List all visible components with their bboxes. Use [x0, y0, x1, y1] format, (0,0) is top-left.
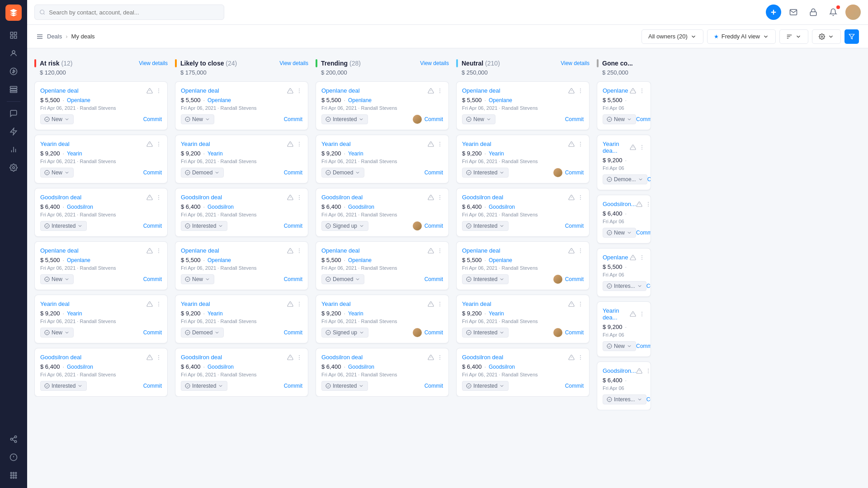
card-company[interactable]: Openlane [489, 257, 512, 263]
card-status-badge[interactable]: New [603, 228, 636, 238]
app-logo[interactable] [5, 5, 22, 21]
col-view-details-trending[interactable]: View details [420, 60, 449, 66]
commit-button[interactable]: Commit [646, 396, 651, 403]
more-icon[interactable] [645, 201, 651, 207]
nav-home-icon[interactable] [5, 27, 22, 43]
alert-icon[interactable] [428, 301, 434, 307]
card-company[interactable]: Openlane [208, 257, 231, 263]
card-company[interactable]: Yearin [208, 150, 223, 157]
card-status-badge[interactable]: Interes... [603, 394, 646, 404]
alert-icon[interactable] [146, 88, 153, 94]
card-status-badge[interactable]: Interested [462, 168, 509, 178]
card-title[interactable]: Openlane deal [181, 87, 219, 94]
commit-button[interactable]: Commit [565, 116, 584, 122]
breadcrumb-parent[interactable]: Deals [47, 33, 62, 40]
menu-icon[interactable] [36, 33, 43, 40]
search-box[interactable] [34, 5, 224, 20]
search-input[interactable] [49, 9, 219, 16]
alert-icon[interactable] [287, 301, 293, 307]
settings-button[interactable] [812, 29, 841, 44]
card-title[interactable]: Goodsilron deal [321, 354, 363, 361]
alert-icon[interactable] [287, 88, 293, 94]
commit-button[interactable]: Commit [284, 169, 302, 176]
card-title[interactable]: Yearin dea... [603, 141, 630, 154]
more-icon[interactable] [296, 88, 302, 94]
commit-button[interactable]: Commit [143, 116, 162, 122]
card-company[interactable]: Yearin [67, 310, 82, 317]
alert-icon[interactable] [568, 301, 575, 307]
commit-button[interactable]: Commit [143, 383, 162, 389]
commit-button[interactable]: Commit [636, 230, 651, 236]
card-status-badge[interactable]: New [603, 114, 636, 124]
commit-button[interactable]: Commit [143, 276, 162, 282]
card-title[interactable]: Openlane [603, 254, 628, 261]
more-icon[interactable] [437, 354, 443, 361]
card-company[interactable]: Goodsilron [67, 204, 93, 210]
alert-icon[interactable] [287, 194, 293, 201]
nav-settings-icon[interactable] [5, 160, 22, 176]
bell-button[interactable] [826, 5, 841, 20]
card-title[interactable]: Yearin deal [181, 300, 210, 307]
more-icon[interactable] [156, 88, 162, 94]
card-title[interactable]: Yearin deal [462, 141, 491, 147]
commit-button[interactable]: Commit [425, 223, 443, 229]
more-icon[interactable] [296, 301, 302, 307]
card-status-badge[interactable]: New [181, 274, 214, 284]
nav-currency-icon[interactable] [5, 63, 22, 80]
card-company[interactable]: Openlane [348, 257, 372, 263]
card-company[interactable]: Goodsilron [67, 364, 93, 370]
alert-icon[interactable] [568, 88, 575, 94]
card-company[interactable]: Openlane [489, 97, 512, 103]
alert-icon[interactable] [636, 201, 642, 207]
card-status-badge[interactable]: Signed up [321, 221, 368, 231]
card-status-badge[interactable]: Signed up [321, 328, 368, 338]
card-title[interactable]: Goodsilron deal [181, 354, 222, 361]
alert-icon[interactable] [287, 354, 293, 361]
card-title[interactable]: Openlane deal [40, 87, 79, 94]
card-status-badge[interactable]: Interested [462, 274, 509, 284]
alert-icon[interactable] [568, 141, 575, 147]
alert-icon[interactable] [636, 368, 642, 374]
card-status-badge[interactable]: Interested [462, 328, 509, 338]
card-company[interactable]: Goodsilron [348, 364, 374, 370]
commit-button[interactable]: Commit [143, 169, 162, 176]
card-title[interactable]: Goodsilron deal [181, 194, 222, 201]
more-icon[interactable] [156, 354, 162, 361]
more-icon[interactable] [577, 88, 584, 94]
more-icon[interactable] [437, 248, 443, 254]
commit-button[interactable]: Commit [425, 169, 443, 176]
alert-icon[interactable] [287, 248, 293, 254]
card-status-badge[interactable]: Interested [40, 381, 87, 391]
nav-chat-icon[interactable] [5, 105, 22, 122]
card-title[interactable]: Yearin deal [40, 141, 70, 147]
more-icon[interactable] [156, 301, 162, 307]
card-status-badge[interactable]: Demoed [181, 168, 224, 178]
alert-icon[interactable] [630, 254, 636, 261]
card-title[interactable]: Yearin dea... [603, 307, 630, 321]
card-status-badge[interactable]: Interested [321, 381, 368, 391]
more-icon[interactable] [577, 301, 584, 307]
card-status-badge[interactable]: New [40, 114, 74, 124]
commit-button[interactable]: Commit [636, 343, 651, 349]
more-icon[interactable] [639, 88, 645, 94]
commit-button[interactable]: Commit [565, 276, 584, 282]
alert-icon[interactable] [146, 248, 153, 254]
card-company[interactable]: Goodsilron [489, 364, 515, 370]
alert-icon[interactable] [568, 248, 575, 254]
card-company[interactable]: Yearin [67, 150, 82, 157]
card-title[interactable]: Openlane deal [40, 247, 79, 254]
alert-icon[interactable] [568, 194, 575, 201]
card-status-badge[interactable]: New [40, 328, 74, 338]
card-status-badge[interactable]: Interested [40, 221, 87, 231]
commit-button[interactable]: Commit [284, 276, 302, 282]
user-avatar[interactable] [845, 5, 861, 20]
card-company[interactable]: Yearin [489, 310, 504, 317]
card-company[interactable]: Openlane [348, 97, 372, 103]
more-icon[interactable] [577, 194, 584, 201]
card-title[interactable]: Openlane deal [462, 247, 500, 254]
all-owners-button[interactable]: All owners (20) [642, 29, 703, 44]
card-company[interactable]: Goodsilron [348, 204, 374, 210]
alert-icon[interactable] [146, 301, 153, 307]
card-status-badge[interactable]: Demoed [181, 328, 224, 338]
card-title[interactable]: Yearin deal [40, 300, 70, 307]
